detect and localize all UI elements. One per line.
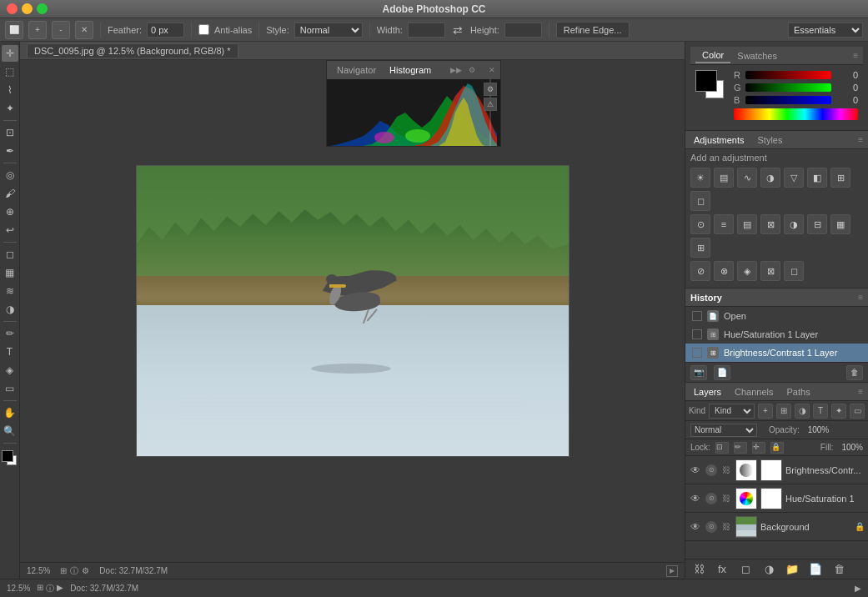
nav-hist-expand-btn[interactable]: ▶▶: [450, 66, 462, 74]
foreground-color-swatch[interactable]: [2, 450, 13, 462]
new-snapshot-btn[interactable]: 📷: [690, 365, 707, 380]
add-mask-btn[interactable]: ◻: [737, 562, 754, 577]
eyedropper-tool[interactable]: ✒: [2, 143, 18, 159]
shape-tool[interactable]: ▭: [2, 380, 18, 397]
styles-tab[interactable]: Styles: [755, 133, 786, 147]
blur-tool[interactable]: ≋: [2, 283, 18, 299]
height-input[interactable]: [504, 23, 542, 38]
layer-visibility-huesat[interactable]: 👁: [689, 492, 702, 505]
new-selection-icon[interactable]: ⬜: [5, 21, 23, 39]
vibrance-adj-icon[interactable]: ▽: [784, 168, 804, 188]
layer-chain-huesat[interactable]: ⛓: [720, 493, 732, 504]
history-panel-menu-btn[interactable]: ≡: [858, 293, 863, 302]
history-brush-tool[interactable]: ↩: [2, 222, 18, 238]
anti-alias-checkbox[interactable]: [198, 24, 209, 35]
color-balance-adj-icon[interactable]: ⊞: [830, 168, 850, 188]
layer-link-background[interactable]: ⊙: [705, 521, 717, 533]
rectangle-select-tool[interactable]: ⬚: [2, 63, 18, 80]
layer-visibility-brightness[interactable]: 👁: [689, 464, 702, 477]
color-tab[interactable]: Color: [695, 48, 730, 63]
layer-item-background[interactable]: 👁 ⊙ ⛓ Background 🔒: [685, 513, 868, 541]
channel-mixer-adj-icon[interactable]: ≡: [714, 214, 734, 234]
layer-smart-btn[interactable]: ✦: [831, 404, 846, 419]
type-tool[interactable]: T: [2, 344, 18, 360]
zoom-tool[interactable]: 🔍: [2, 423, 18, 439]
move-tool[interactable]: ✛: [2, 45, 18, 62]
invert-adj-icon[interactable]: ⊠: [760, 214, 780, 234]
color-swatch-container[interactable]: [695, 70, 727, 102]
histogram-tab[interactable]: Histogram: [384, 63, 436, 77]
layer-link-huesat[interactable]: ⊙: [705, 493, 717, 504]
new-layer-btn[interactable]: 📄: [807, 562, 824, 577]
layer-adjust-icon-btn[interactable]: ◑: [795, 404, 810, 419]
gradient-tool[interactable]: ▦: [2, 264, 18, 281]
hue-sat-adj-icon[interactable]: ◧: [807, 168, 827, 188]
new-fill-adj-btn[interactable]: ◑: [760, 562, 777, 577]
posterize-adj-icon[interactable]: ◑: [784, 214, 804, 234]
color-spectrum[interactable]: [734, 108, 858, 120]
layer-visibility-background[interactable]: 👁: [689, 520, 702, 534]
adj-panel-menu-btn[interactable]: ≡: [858, 135, 863, 144]
maximize-button[interactable]: [37, 3, 48, 14]
history-item-open[interactable]: 📄 Open: [685, 307, 868, 325]
layer-item-huesat[interactable]: 👁 ⊙ ⛓ Hue/Saturation 1: [685, 484, 868, 513]
history-item-brightness[interactable]: ⊞ Brightness/Contrast 1 Layer: [685, 344, 868, 362]
layer-kind-select[interactable]: Kind: [709, 404, 755, 419]
hist-warning-icon[interactable]: ⚠: [484, 98, 497, 111]
layer-shape-btn[interactable]: ▭: [850, 404, 865, 419]
swap-dimensions-btn[interactable]: ⇄: [450, 23, 465, 38]
foreground-color-swatch-panel[interactable]: [695, 70, 717, 92]
layer-link-brightness[interactable]: ⊙: [705, 464, 717, 476]
eraser-tool[interactable]: ◻: [2, 246, 18, 263]
add-selection-icon[interactable]: +: [28, 21, 47, 39]
navigator-tab[interactable]: Navigator: [332, 63, 381, 77]
style-select[interactable]: Normal Fixed Ratio Fixed Size: [294, 23, 363, 38]
layer-group-btn[interactable]: ⊞: [776, 404, 791, 419]
exposure-adj-icon[interactable]: ◑: [760, 168, 780, 188]
bw-adj-icon[interactable]: ◻: [690, 191, 710, 211]
intersect-selection-icon[interactable]: ✕: [75, 21, 93, 39]
blend-mode-select[interactable]: Normal Multiply Screen: [690, 424, 757, 437]
photo-filter-adj-icon[interactable]: ⊙: [690, 214, 710, 234]
layers-tab[interactable]: Layers: [690, 385, 725, 399]
new-group-btn[interactable]: 📁: [784, 562, 800, 577]
selective-color-adj-icon[interactable]: ⊞: [690, 238, 710, 258]
brush-tool[interactable]: 🖌: [2, 185, 18, 202]
adj-icon-extra-5[interactable]: ◻: [784, 261, 804, 281]
hist-settings-icon[interactable]: ⚙: [484, 83, 497, 96]
hand-tool[interactable]: ✋: [2, 404, 18, 421]
g-slider[interactable]: [745, 83, 831, 92]
b-slider[interactable]: [745, 96, 831, 104]
nav-hist-settings-btn[interactable]: ⚙: [469, 66, 475, 74]
layer-item-brightness[interactable]: 👁 ⊙ ⛓ Brightness/Contr...: [685, 456, 868, 484]
brightness-adj-icon[interactable]: ☀: [690, 168, 710, 188]
adjustments-tab[interactable]: Adjustments: [690, 133, 748, 147]
canvas-tab-label[interactable]: DSC_0095.jpg @ 12.5% (Background, RGB/8)…: [27, 43, 238, 58]
curves-adj-icon[interactable]: ∿: [737, 168, 757, 188]
path-select-tool[interactable]: ◈: [2, 362, 18, 379]
layer-chain-brightness[interactable]: ⛓: [720, 464, 732, 476]
gradient-map-adj-icon[interactable]: ▦: [830, 214, 850, 234]
essentials-select[interactable]: Essentials: [788, 23, 863, 38]
adj-icon-extra-1[interactable]: ⊘: [690, 261, 710, 281]
layers-panel-menu-btn[interactable]: ≡: [858, 387, 863, 396]
healing-brush-tool[interactable]: ◎: [2, 167, 18, 183]
delete-state-btn[interactable]: 🗑: [846, 365, 863, 380]
link-layers-btn[interactable]: ⛓: [690, 562, 707, 577]
layer-chain-background[interactable]: ⛓: [720, 521, 732, 533]
history-item-huesat[interactable]: ⊞ Hue/Saturation 1 Layer: [685, 325, 868, 344]
lock-pixels-btn[interactable]: ✏: [734, 442, 747, 454]
nav-hist-close-btn[interactable]: ✕: [489, 66, 495, 74]
lasso-tool[interactable]: ⌇: [2, 82, 18, 98]
lock-position-btn[interactable]: ✛: [752, 442, 765, 454]
layer-type-btn[interactable]: T: [813, 404, 828, 419]
close-button[interactable]: [7, 3, 18, 14]
color-swatches-area[interactable]: [2, 450, 18, 467]
color-panel-menu-btn[interactable]: ≡: [853, 51, 858, 60]
adj-icon-extra-2[interactable]: ⊗: [714, 261, 734, 281]
subtract-selection-icon[interactable]: -: [52, 21, 70, 39]
magic-wand-tool[interactable]: ✦: [2, 100, 18, 117]
new-doc-from-state-btn[interactable]: 📄: [714, 365, 730, 380]
status-expand-btn[interactable]: ▶: [855, 584, 861, 593]
paths-tab[interactable]: Paths: [784, 385, 814, 399]
